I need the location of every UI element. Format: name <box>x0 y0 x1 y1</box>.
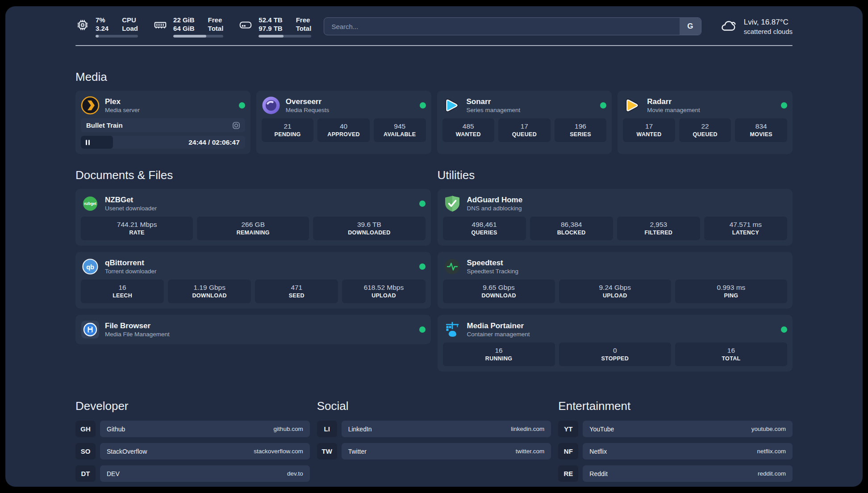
app-description: Speedtest Tracking <box>467 267 519 275</box>
stat-label: APPROVED <box>327 131 360 138</box>
stat-label: SERIES <box>570 131 591 138</box>
stat-value-top: 22 GiB <box>173 16 195 24</box>
section-title-media: Media <box>75 70 793 84</box>
stat-label: QUEUED <box>693 131 717 138</box>
app-description: Series management <box>467 106 521 114</box>
app-card-speedtest[interactable]: SpeedtestSpeedtest Tracking9.65 GbpsDOWN… <box>438 252 793 309</box>
stat-value: 618.52 Mbps <box>364 284 404 292</box>
app-description: Media File Management <box>105 330 170 338</box>
app-name: qBittorrent <box>105 258 157 267</box>
stat-tiles: 9.65 GbpsDOWNLOAD9.24 GbpsUPLOAD0.993 ms… <box>443 280 788 303</box>
stat-tiles: 485WANTED17QUEUED196SERIES <box>442 118 607 142</box>
section-title-documents: Documents & Files <box>75 168 431 182</box>
search-input[interactable] <box>324 18 679 35</box>
stat-value-top: 7% <box>96 16 108 24</box>
bookmark-url: linkedin.com <box>511 426 544 432</box>
app-description: Container management <box>467 330 530 338</box>
stat-label-top: Free <box>208 16 224 24</box>
bookmark-link-bar[interactable]: Twittertwitter.com <box>342 443 551 460</box>
stat-tile: 39.6 TBDOWNLOADED <box>313 217 425 240</box>
stat-label: QUERIES <box>471 230 497 236</box>
app-name: Sonarr <box>467 97 521 106</box>
stat-progress-fill <box>259 35 283 38</box>
stat-tile: 22QUEUED <box>679 118 731 142</box>
status-dot-online <box>600 102 606 109</box>
app-description: Usenet downloader <box>105 205 157 212</box>
camera-icon[interactable] <box>232 121 241 130</box>
bookmark-stackoverflow[interactable]: SOStackOverflowstackoverflow.com <box>75 443 310 460</box>
stat-value-bottom: 3.24 <box>96 24 108 33</box>
plex-icon <box>81 96 100 115</box>
bookmark-link-bar[interactable]: Netflixnetflix.com <box>583 443 793 460</box>
pause-icon[interactable] <box>86 140 87 145</box>
stat-value: 498,461 <box>472 221 497 229</box>
app-card-media-portainer[interactable]: Media PortainerContainer management16RUN… <box>438 315 793 372</box>
dashboard-panel: 7%3.24CPULoad 22 GiB64 GiBFreeTotal 52.4… <box>5 6 863 487</box>
bookmark-netflix[interactable]: NFNetflixnetflix.com <box>558 443 793 460</box>
stat-value: 40 <box>340 122 347 130</box>
pause-icon[interactable] <box>88 140 90 145</box>
bookmark-link-bar[interactable]: YouTubeyoutube.com <box>583 421 793 437</box>
bookmark-name: YouTube <box>589 426 614 433</box>
bookmark-link-bar[interactable]: LinkedInlinkedin.com <box>342 421 551 437</box>
bookmark-abbreviation: YT <box>558 421 578 437</box>
app-card-adguard-home[interactable]: AdGuard HomeDNS and adblocking498,461QUE… <box>438 189 793 246</box>
stat-value: 2,953 <box>650 221 667 229</box>
bookmark-link-bar[interactable]: Redditreddit.com <box>583 465 793 482</box>
stat-label: STOPPED <box>601 355 629 362</box>
cloud-icon <box>719 17 738 36</box>
sonarr-icon <box>442 96 461 115</box>
app-card-plex[interactable]: PlexMedia serverBullet Train 24:44 / 02:… <box>75 91 250 154</box>
status-dot-online <box>239 102 245 109</box>
app-description: Media Requests <box>286 106 330 114</box>
stat-tile: 0STOPPED <box>559 343 671 366</box>
adguard-icon <box>443 194 462 213</box>
radarr-icon <box>623 96 642 115</box>
app-card-sonarr[interactable]: SonarrSeries management485WANTED17QUEUED… <box>437 91 612 154</box>
status-dot-online <box>419 326 426 333</box>
stat-label-bottom: Total <box>296 24 312 33</box>
stat-label-top: CPU <box>122 16 138 24</box>
bookmark-youtube[interactable]: YTYouTubeyoutube.com <box>558 421 793 437</box>
stat-value: 16 <box>727 347 735 355</box>
bookmark-sections: DeveloperGHGithubgithub.comSOStackOverfl… <box>75 399 793 482</box>
stat-label: PING <box>724 292 739 299</box>
app-card-file-browser[interactable]: File BrowserMedia File Management <box>75 315 431 344</box>
media-card-grid: PlexMedia serverBullet Train 24:44 / 02:… <box>75 91 793 154</box>
app-card-radarr[interactable]: RadarrMovie management17WANTED22QUEUED83… <box>618 91 793 154</box>
bookmark-linkedin[interactable]: LILinkedInlinkedin.com <box>317 421 551 437</box>
search-engine-button[interactable]: G <box>680 18 701 35</box>
bookmark-reddit[interactable]: RERedditreddit.com <box>558 465 793 482</box>
header-divider <box>75 45 793 46</box>
bookmark-github[interactable]: GHGithubgithub.com <box>75 421 310 437</box>
app-description: Torrent downloader <box>105 267 157 275</box>
bookmark-link-bar[interactable]: StackOverflowstackoverflow.com <box>100 443 310 460</box>
playback-progress-bar[interactable]: 24:44 / 02:06:47 <box>81 136 245 149</box>
app-card-qbittorrent[interactable]: qbqBittorrentTorrent downloader16LEECH1.… <box>75 252 431 309</box>
stat-label-top: Free <box>296 16 312 24</box>
bookmark-name: Netflix <box>589 448 607 455</box>
stat-value-bottom: 97.9 TB <box>259 24 282 33</box>
bookmark-dev[interactable]: DTDEVdev.to <box>75 465 310 482</box>
stat-label: BLOCKED <box>557 230 586 236</box>
stat-value: 21 <box>284 122 291 130</box>
stat-tile: 744.21 MbpsRATE <box>81 217 193 240</box>
bookmark-twitter[interactable]: TWTwittertwitter.com <box>317 443 551 460</box>
app-card-overseerr[interactable]: OverseerrMedia Requests21PENDING40APPROV… <box>256 91 431 154</box>
bookmark-link-bar[interactable]: DEVdev.to <box>100 465 310 482</box>
bookmark-link-bar[interactable]: Githubgithub.com <box>100 421 310 437</box>
svg-text:nzbget: nzbget <box>84 201 96 206</box>
stat-label: DOWNLOADED <box>348 230 390 236</box>
stat-progress-bar <box>259 35 311 38</box>
app-name: Speedtest <box>467 258 519 267</box>
stat-label: UPLOAD <box>603 292 627 299</box>
app-card-nzbget[interactable]: nzbgetNZBGetUsenet downloader744.21 Mbps… <box>75 189 431 246</box>
search-bar[interactable]: G <box>324 17 701 35</box>
stat-label: LEECH <box>113 292 132 299</box>
stat-label: UPLOAD <box>371 292 396 299</box>
now-playing-row: Bullet Train <box>81 118 245 132</box>
app-name: Overseerr <box>286 97 330 106</box>
bookmark-abbreviation: RE <box>558 465 578 482</box>
app-name: Radarr <box>647 97 700 106</box>
stat-label: MOVIES <box>750 131 772 138</box>
